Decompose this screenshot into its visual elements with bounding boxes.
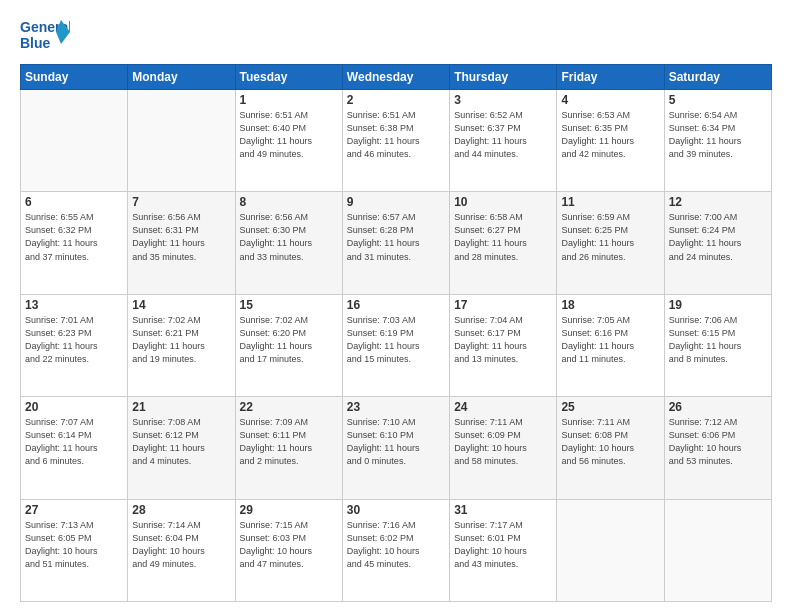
- page: GeneralBlue SundayMondayTuesdayWednesday…: [0, 0, 792, 612]
- calendar-cell: [21, 90, 128, 192]
- calendar-cell: 2Sunrise: 6:51 AM Sunset: 6:38 PM Daylig…: [342, 90, 449, 192]
- calendar-header-wednesday: Wednesday: [342, 65, 449, 90]
- calendar-cell: 1Sunrise: 6:51 AM Sunset: 6:40 PM Daylig…: [235, 90, 342, 192]
- calendar-cell: [128, 90, 235, 192]
- day-detail: Sunrise: 7:10 AM Sunset: 6:10 PM Dayligh…: [347, 416, 445, 468]
- day-number: 6: [25, 195, 123, 209]
- day-number: 1: [240, 93, 338, 107]
- calendar-cell: 30Sunrise: 7:16 AM Sunset: 6:02 PM Dayli…: [342, 499, 449, 601]
- day-detail: Sunrise: 6:51 AM Sunset: 6:38 PM Dayligh…: [347, 109, 445, 161]
- calendar-cell: 16Sunrise: 7:03 AM Sunset: 6:19 PM Dayli…: [342, 294, 449, 396]
- day-number: 12: [669, 195, 767, 209]
- day-number: 24: [454, 400, 552, 414]
- calendar-cell: 26Sunrise: 7:12 AM Sunset: 6:06 PM Dayli…: [664, 397, 771, 499]
- day-detail: Sunrise: 7:04 AM Sunset: 6:17 PM Dayligh…: [454, 314, 552, 366]
- calendar-week-2: 6Sunrise: 6:55 AM Sunset: 6:32 PM Daylig…: [21, 192, 772, 294]
- calendar-cell: 7Sunrise: 6:56 AM Sunset: 6:31 PM Daylig…: [128, 192, 235, 294]
- calendar-cell: 12Sunrise: 7:00 AM Sunset: 6:24 PM Dayli…: [664, 192, 771, 294]
- day-number: 22: [240, 400, 338, 414]
- day-number: 10: [454, 195, 552, 209]
- day-detail: Sunrise: 6:52 AM Sunset: 6:37 PM Dayligh…: [454, 109, 552, 161]
- day-detail: Sunrise: 6:59 AM Sunset: 6:25 PM Dayligh…: [561, 211, 659, 263]
- day-number: 2: [347, 93, 445, 107]
- logo-svg: GeneralBlue: [20, 16, 70, 54]
- day-detail: Sunrise: 6:56 AM Sunset: 6:30 PM Dayligh…: [240, 211, 338, 263]
- day-detail: Sunrise: 7:13 AM Sunset: 6:05 PM Dayligh…: [25, 519, 123, 571]
- day-number: 27: [25, 503, 123, 517]
- day-detail: Sunrise: 7:00 AM Sunset: 6:24 PM Dayligh…: [669, 211, 767, 263]
- day-number: 25: [561, 400, 659, 414]
- day-number: 5: [669, 93, 767, 107]
- calendar-cell: [557, 499, 664, 601]
- calendar-week-3: 13Sunrise: 7:01 AM Sunset: 6:23 PM Dayli…: [21, 294, 772, 396]
- calendar-week-5: 27Sunrise: 7:13 AM Sunset: 6:05 PM Dayli…: [21, 499, 772, 601]
- day-number: 11: [561, 195, 659, 209]
- day-detail: Sunrise: 7:15 AM Sunset: 6:03 PM Dayligh…: [240, 519, 338, 571]
- calendar-cell: 4Sunrise: 6:53 AM Sunset: 6:35 PM Daylig…: [557, 90, 664, 192]
- day-number: 29: [240, 503, 338, 517]
- svg-text:Blue: Blue: [20, 35, 51, 51]
- day-detail: Sunrise: 7:11 AM Sunset: 6:09 PM Dayligh…: [454, 416, 552, 468]
- calendar-header-row: SundayMondayTuesdayWednesdayThursdayFrid…: [21, 65, 772, 90]
- day-number: 16: [347, 298, 445, 312]
- calendar-cell: 29Sunrise: 7:15 AM Sunset: 6:03 PM Dayli…: [235, 499, 342, 601]
- calendar-cell: 13Sunrise: 7:01 AM Sunset: 6:23 PM Dayli…: [21, 294, 128, 396]
- day-detail: Sunrise: 6:57 AM Sunset: 6:28 PM Dayligh…: [347, 211, 445, 263]
- calendar-cell: 6Sunrise: 6:55 AM Sunset: 6:32 PM Daylig…: [21, 192, 128, 294]
- calendar-cell: 14Sunrise: 7:02 AM Sunset: 6:21 PM Dayli…: [128, 294, 235, 396]
- day-detail: Sunrise: 6:51 AM Sunset: 6:40 PM Dayligh…: [240, 109, 338, 161]
- day-detail: Sunrise: 7:11 AM Sunset: 6:08 PM Dayligh…: [561, 416, 659, 468]
- day-number: 31: [454, 503, 552, 517]
- day-detail: Sunrise: 7:14 AM Sunset: 6:04 PM Dayligh…: [132, 519, 230, 571]
- calendar-table: SundayMondayTuesdayWednesdayThursdayFrid…: [20, 64, 772, 602]
- day-number: 9: [347, 195, 445, 209]
- day-detail: Sunrise: 6:53 AM Sunset: 6:35 PM Dayligh…: [561, 109, 659, 161]
- calendar-header-sunday: Sunday: [21, 65, 128, 90]
- day-number: 3: [454, 93, 552, 107]
- calendar-cell: [664, 499, 771, 601]
- day-detail: Sunrise: 7:03 AM Sunset: 6:19 PM Dayligh…: [347, 314, 445, 366]
- calendar-cell: 19Sunrise: 7:06 AM Sunset: 6:15 PM Dayli…: [664, 294, 771, 396]
- day-detail: Sunrise: 7:05 AM Sunset: 6:16 PM Dayligh…: [561, 314, 659, 366]
- calendar-cell: 23Sunrise: 7:10 AM Sunset: 6:10 PM Dayli…: [342, 397, 449, 499]
- day-number: 30: [347, 503, 445, 517]
- day-detail: Sunrise: 7:16 AM Sunset: 6:02 PM Dayligh…: [347, 519, 445, 571]
- day-detail: Sunrise: 6:54 AM Sunset: 6:34 PM Dayligh…: [669, 109, 767, 161]
- calendar-cell: 21Sunrise: 7:08 AM Sunset: 6:12 PM Dayli…: [128, 397, 235, 499]
- calendar-cell: 27Sunrise: 7:13 AM Sunset: 6:05 PM Dayli…: [21, 499, 128, 601]
- day-detail: Sunrise: 7:01 AM Sunset: 6:23 PM Dayligh…: [25, 314, 123, 366]
- logo: GeneralBlue: [20, 16, 70, 54]
- day-detail: Sunrise: 7:02 AM Sunset: 6:20 PM Dayligh…: [240, 314, 338, 366]
- day-number: 4: [561, 93, 659, 107]
- calendar-cell: 17Sunrise: 7:04 AM Sunset: 6:17 PM Dayli…: [450, 294, 557, 396]
- day-number: 19: [669, 298, 767, 312]
- calendar-week-4: 20Sunrise: 7:07 AM Sunset: 6:14 PM Dayli…: [21, 397, 772, 499]
- day-detail: Sunrise: 6:56 AM Sunset: 6:31 PM Dayligh…: [132, 211, 230, 263]
- day-detail: Sunrise: 6:58 AM Sunset: 6:27 PM Dayligh…: [454, 211, 552, 263]
- day-detail: Sunrise: 7:02 AM Sunset: 6:21 PM Dayligh…: [132, 314, 230, 366]
- calendar-header-thursday: Thursday: [450, 65, 557, 90]
- day-detail: Sunrise: 7:08 AM Sunset: 6:12 PM Dayligh…: [132, 416, 230, 468]
- day-number: 28: [132, 503, 230, 517]
- day-detail: Sunrise: 7:12 AM Sunset: 6:06 PM Dayligh…: [669, 416, 767, 468]
- calendar-cell: 25Sunrise: 7:11 AM Sunset: 6:08 PM Dayli…: [557, 397, 664, 499]
- day-number: 13: [25, 298, 123, 312]
- day-detail: Sunrise: 7:07 AM Sunset: 6:14 PM Dayligh…: [25, 416, 123, 468]
- day-number: 20: [25, 400, 123, 414]
- calendar-cell: 3Sunrise: 6:52 AM Sunset: 6:37 PM Daylig…: [450, 90, 557, 192]
- day-number: 15: [240, 298, 338, 312]
- calendar-cell: 9Sunrise: 6:57 AM Sunset: 6:28 PM Daylig…: [342, 192, 449, 294]
- calendar-header-saturday: Saturday: [664, 65, 771, 90]
- calendar-header-monday: Monday: [128, 65, 235, 90]
- day-detail: Sunrise: 6:55 AM Sunset: 6:32 PM Dayligh…: [25, 211, 123, 263]
- day-number: 8: [240, 195, 338, 209]
- day-number: 26: [669, 400, 767, 414]
- calendar-cell: 5Sunrise: 6:54 AM Sunset: 6:34 PM Daylig…: [664, 90, 771, 192]
- calendar-cell: 24Sunrise: 7:11 AM Sunset: 6:09 PM Dayli…: [450, 397, 557, 499]
- calendar-header-friday: Friday: [557, 65, 664, 90]
- day-number: 21: [132, 400, 230, 414]
- calendar-cell: 11Sunrise: 6:59 AM Sunset: 6:25 PM Dayli…: [557, 192, 664, 294]
- day-number: 7: [132, 195, 230, 209]
- day-detail: Sunrise: 7:09 AM Sunset: 6:11 PM Dayligh…: [240, 416, 338, 468]
- day-number: 18: [561, 298, 659, 312]
